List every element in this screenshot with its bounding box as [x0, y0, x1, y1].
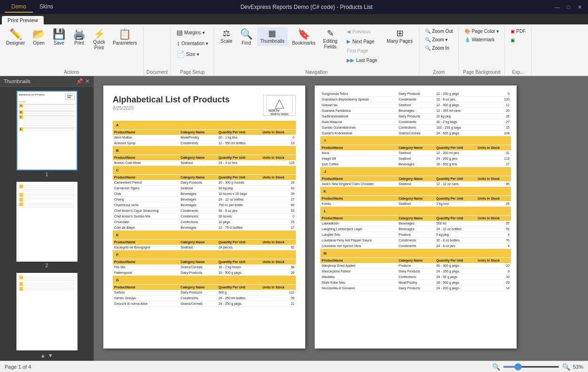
actions-content: ✏️ Designer 📂 Open 💾 Save 🖨️ Print ⚡ Qui… — [3, 27, 140, 69]
actions-group-label: Actions — [3, 69, 140, 76]
margins-button[interactable]: ▤ Margins ▾ — [174, 27, 211, 38]
report-title: Alphabetical List of Products — [113, 95, 230, 105]
zoom-in-button[interactable]: 🔍 Zoom In — [422, 44, 456, 52]
zoom-out-label: Zoom Out — [432, 29, 453, 34]
parameters-icon: 📋 — [118, 29, 131, 39]
report-table-p1: A ProductName Category Name Quantity Per… — [113, 121, 296, 307]
close-panel-icon[interactable]: ✕ — [85, 78, 90, 85]
thumbnail-page-3[interactable]: 3 — [2, 273, 92, 350]
page-color-button[interactable]: 🎨 Page Color ▾ — [462, 27, 502, 35]
table-row: Mishi Kobe NikuMeat/Poultry18 - 500 g pk… — [320, 280, 511, 286]
zoom-slider[interactable] — [503, 366, 559, 368]
minimize-button[interactable]: — — [553, 3, 561, 11]
ribbon-group-zoom: 🔍 Zoom Out 🔍 Zoom ▾ 🔍 Zoom In Zoom — [419, 26, 459, 76]
last-page-button[interactable]: ▶▶ Last Page — [343, 56, 380, 65]
table-row: Boston Crab MeatSeafood24 - 4 oz tins123 — [113, 160, 296, 166]
find-button[interactable]: 🔍 Find — [237, 27, 256, 48]
zoom-out-icon: 🔍 — [425, 29, 431, 34]
table-row: Laughing Lumberjack LagerBeverages24 - 1… — [320, 226, 511, 232]
zoom-in-status-icon[interactable]: 🔍 — [562, 363, 570, 371]
ribbon-group-print: ▤ Margins ▾ ↕ Orientation ▾ 📄 Size ▾ Pag… — [171, 26, 214, 76]
table-row: Aniseed SyrupCondiments12 - 550 ml bottl… — [113, 140, 296, 146]
page-preview-1: Alphabetical List of Products 8/25/2020 … — [103, 85, 305, 349]
navigation-content: ⚖ Scale 🔍 Find ▦ Thumbnails 🔖 Bookmarks … — [217, 27, 416, 69]
thumbnail-page-1[interactable]: Alphabetical List of Products NORTHWIND … — [2, 91, 92, 177]
designer-button[interactable]: ✏️ Designer — [3, 27, 28, 48]
maximize-button[interactable]: □ — [565, 3, 572, 11]
report-logo: NORTH NORTH WIND — [263, 95, 296, 116]
zoom-label: Zoom ▾ — [432, 37, 448, 42]
window-title: DevExpress Reports Demo (C# code) - Prod… — [60, 4, 553, 10]
thumb-scroll-down[interactable]: ▼ — [48, 352, 54, 359]
thumbnails-icons: 📌 ✕ — [76, 78, 90, 85]
zoom-button[interactable]: 🔍 Zoom ▾ — [422, 36, 456, 44]
col-quantity: Quantity Per Unit — [217, 130, 261, 135]
designer-icon: ✏️ — [9, 29, 22, 39]
bookmarks-icon: 🔖 — [297, 29, 310, 39]
ribbon-group-navigation: ⚖ Scale 🔍 Find ▦ Thumbnails 🔖 Bookmarks … — [214, 26, 419, 76]
close-button[interactable]: ✕ — [576, 3, 583, 11]
watermark-button[interactable]: 💧 Watermark — [462, 36, 502, 44]
letter-i-badge: I — [322, 137, 328, 144]
editing-fields-icon: ✎ — [327, 29, 334, 38]
export-xls-button[interactable]: ▣ — [508, 36, 528, 44]
save-label: Save — [54, 40, 64, 46]
section-i-header: I — [320, 136, 511, 145]
col-product-name: ProductName — [113, 130, 179, 135]
save-icon: 💾 — [53, 29, 65, 39]
table-row: ChaiBeverages10 boxes x 20 bags39 — [113, 191, 296, 197]
scale-icon: ⚖ — [223, 29, 230, 38]
table-row: ChangBeverages24 - 12 oz bottles17 — [113, 197, 296, 202]
window-controls: — □ ✕ — [553, 3, 583, 11]
size-button[interactable]: 📄 Size ▾ — [174, 49, 211, 59]
content-area[interactable]: Alphabetical List of Products 8/25/2020 … — [94, 76, 588, 361]
thumbnail-page-2[interactable]: 2 — [2, 182, 92, 268]
table-row: IkuraSeafood12 - 200 ml jars31 — [320, 150, 511, 156]
table-row: Louisiana Hot Spiced OkraCondiments24 - … — [320, 243, 511, 249]
page-info: Page 1 of 4 — [5, 364, 31, 370]
page-setup-group-label: Page Setup — [174, 69, 211, 76]
table-row: Chartreuse verteBeverages750 cc per bott… — [113, 202, 296, 208]
report-table-p2: Gorgonzola TelinoDairy Products12 - 100 … — [320, 91, 511, 291]
quick-print-button[interactable]: ⚡ QuickPrint — [90, 27, 108, 53]
open-button[interactable]: 📂 Open — [29, 27, 48, 48]
table-row: MaxilakuConfections24 - 50 g pkgs.10 — [320, 274, 511, 280]
pin-icon[interactable]: 📌 — [76, 78, 83, 85]
thumbnails-header: Thumbnails 📌 ✕ — [0, 76, 93, 87]
print-button[interactable]: 🖨️ Print — [70, 27, 89, 48]
zoom-out-button[interactable]: 🔍 Zoom Out — [422, 27, 456, 35]
table-row: Inlagd SillSeafood24 - 250 g jars112 — [320, 156, 511, 162]
table-row: Guaraná FantásticaBeverages12 - 355 ml c… — [320, 108, 511, 114]
ribbon-group-export: ▣ PDF ▣ Exp... — [505, 26, 532, 76]
document-group-label: Document — [147, 69, 168, 76]
section-m-header: M — [320, 249, 511, 258]
bookmarks-button[interactable]: 🔖 Bookmarks — [289, 27, 319, 48]
page-nav-stack: ◀ Previous ▶ Next Page First Page ▶▶ Las… — [343, 27, 380, 65]
demo-tab-skins[interactable]: Skins — [33, 1, 60, 13]
orientation-button[interactable]: ↕ Orientation ▾ — [174, 38, 211, 48]
next-page-button[interactable]: ▶ Next Page — [343, 37, 380, 46]
thumbnails-panel: Thumbnails 📌 ✕ Alphabetical List of Prod… — [0, 76, 94, 361]
zoom-out-status-icon[interactable]: 🔍 — [492, 363, 500, 371]
tab-print-preview[interactable]: Print Preview — [2, 16, 44, 24]
first-page-button[interactable]: First Page — [343, 47, 380, 55]
letter-e-badge: E — [114, 232, 121, 238]
ribbon-group-document: Document — [144, 26, 171, 76]
thumb-scroll-up[interactable]: ▲ — [40, 352, 46, 359]
demo-tab-demo[interactable]: Demo — [5, 1, 33, 13]
thumbnails-button[interactable]: ▦ Thumbnails — [257, 27, 288, 46]
editing-fields-button[interactable]: ✎ EditingFields — [320, 27, 341, 52]
thumbnails-label: Thumbnails — [260, 39, 285, 44]
parameters-button[interactable]: 📋 Parameters — [109, 27, 140, 48]
page-color-icon: 🎨 — [464, 29, 470, 34]
col-category: Category Name — [179, 130, 217, 135]
margins-icon: ▤ — [177, 29, 183, 36]
table-row: Carnarvon TigersSeafood16 kg pkg.42 — [113, 186, 296, 191]
save-button[interactable]: 💾 Save — [49, 27, 69, 48]
previous-page-button[interactable]: ◀ Previous — [343, 27, 380, 36]
export-pdf-button[interactable]: ▣ PDF — [508, 27, 528, 35]
table-header-b: ProductNameCategory NameQuantity Per Uni… — [113, 155, 296, 161]
scale-button[interactable]: ⚖ Scale — [217, 27, 236, 46]
many-pages-button[interactable]: ⊞ Many Pages — [383, 27, 416, 46]
table-row: Escargots de BourgogneSeafood24 pieces62 — [113, 245, 296, 250]
